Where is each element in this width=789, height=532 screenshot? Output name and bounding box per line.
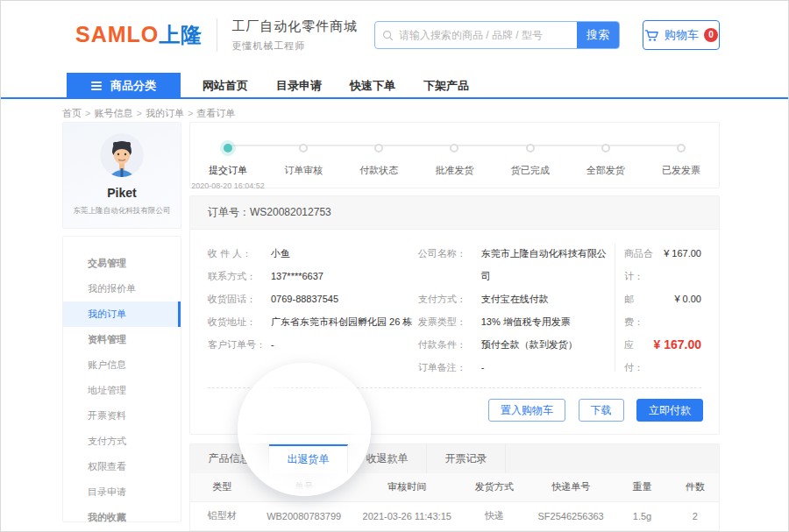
- detail-tab[interactable]: 产品信息: [190, 444, 269, 473]
- logo[interactable]: SAMLO上隆: [75, 21, 203, 49]
- order-number-value: WS20082012753: [250, 206, 331, 218]
- breadcrumb: 首页> 账号信息> 我的订单> 查看订单: [62, 107, 238, 120]
- field-label: 订单备注：: [418, 356, 481, 379]
- step-label: 批准发货: [416, 164, 492, 177]
- field-label: 公司名称：: [418, 242, 481, 287]
- total-value: ¥ 167.00: [650, 333, 701, 379]
- search-input[interactable]: [399, 29, 570, 41]
- field-row: 联系方式： 137****6637: [208, 265, 418, 287]
- sidebar-menu-item[interactable]: 目录申请: [63, 479, 181, 505]
- progress-step: 订单审核: [266, 140, 341, 190]
- progress-step: 已发发票: [643, 140, 719, 190]
- field-row: 公司名称： 东莞市上隆自动化科技有限公司: [418, 242, 615, 287]
- breadcrumb-separator: >: [188, 108, 193, 118]
- field-row: 客户订单号： -: [208, 333, 418, 356]
- cart-icon: [644, 29, 659, 42]
- main-content: 提交订单 2020-08-20 16:04:52 订单审核 付款状态: [189, 122, 720, 532]
- nav-item[interactable]: 目录申请: [276, 73, 322, 99]
- progress-step: 提交订单 2020-08-20 16:04:52: [190, 140, 266, 190]
- progress-step: 付款状态: [341, 140, 416, 190]
- table-header-cell: 件数: [672, 473, 719, 501]
- table-header-row: 类型单号审核时间发货方式快递单号重量件数: [190, 473, 719, 501]
- nav-item[interactable]: 快速下单: [350, 73, 395, 99]
- step-dot-icon: [677, 144, 686, 153]
- detail-tabs: 产品信息 出退货单 收退款单 开票记录: [190, 444, 719, 473]
- breadcrumb-item[interactable]: 我的订单>: [146, 107, 193, 120]
- category-menu-label: 商品分类: [110, 78, 156, 94]
- total-value: ¥ 167.00: [659, 242, 701, 287]
- cell-ship-method: 快递: [460, 501, 529, 530]
- progress-step: 批准发货: [416, 140, 492, 190]
- step-dot-icon: [224, 144, 232, 153]
- slogan-title: 工厂自动化零件商城: [231, 18, 358, 35]
- slogan-subtitle: 更懂机械工程师: [231, 39, 358, 53]
- logo-divider: [217, 18, 217, 52]
- field-value: 0769-88837545: [271, 287, 338, 310]
- sidebar-menu-item[interactable]: 支付方式: [63, 429, 181, 454]
- field-value: 广东省东莞市科创园孵化园 26 栋: [271, 310, 412, 333]
- table-body: 铝型材 WB20080783799 2021-03-26 11:43:15 快递…: [190, 501, 719, 532]
- cell-audit-time: 2021-03-26 11:43:15: [354, 501, 460, 530]
- search-button[interactable]: 搜索: [577, 22, 619, 48]
- total-label: 邮费：: [624, 287, 650, 333]
- nav-item[interactable]: 网站首页: [203, 73, 248, 99]
- field-row: 收货地址： 广东省东莞市科创园孵化园 26 栋: [208, 310, 418, 333]
- order-totals: 商品合计： ¥ 167.00 邮费： ¥ 0.00 应付： ¥ 167.00: [615, 242, 701, 379]
- step-label: 提交订单: [190, 164, 266, 177]
- search-bar: 搜索: [374, 21, 620, 49]
- table-header-cell: 发货方式: [460, 473, 529, 501]
- breadcrumb-item[interactable]: 首页>: [62, 107, 90, 120]
- sidebar-menu-item[interactable]: 资料管理: [63, 327, 181, 352]
- breadcrumb-item[interactable]: 查看订单: [196, 107, 238, 120]
- sidebar-menu-item[interactable]: 地址管理: [63, 378, 181, 403]
- field-label: 收 件 人：: [208, 242, 271, 265]
- detail-tab[interactable]: 开票记录: [427, 444, 506, 473]
- field-row: 订单备注： -: [418, 356, 615, 379]
- field-label: 发票类型：: [418, 310, 481, 333]
- category-menu-button[interactable]: 商品分类: [67, 73, 181, 99]
- breadcrumb-separator: >: [136, 108, 141, 118]
- nav-item[interactable]: 下架产品: [423, 73, 469, 99]
- table-header-cell: 审核时间: [354, 473, 460, 501]
- field-value: -: [271, 333, 274, 356]
- field-value: 东莞市上隆自动化科技有限公司: [481, 242, 615, 287]
- breadcrumb-separator: >: [85, 108, 90, 118]
- sidebar: Piket 东莞上隆自动化科技有限公司 交易管理 我的报价单 我的订单 资料管理…: [62, 122, 181, 522]
- sidebar-menu-item[interactable]: 开票资料: [63, 403, 181, 429]
- sidebar-menu-item[interactable]: 我的收藏: [63, 505, 181, 530]
- field-row: 支付方式： 支付宝在线付款: [418, 287, 615, 310]
- step-timestamp: [568, 181, 643, 190]
- sidebar-menu-item[interactable]: 我的报价单: [63, 276, 181, 301]
- field-value: -: [481, 356, 485, 379]
- field-row: 发票类型： 13% 增值税专用发票: [418, 310, 615, 333]
- account-menu: 交易管理 我的报价单 我的订单 资料管理 账户信息 地址管理 开票资料 支付方式…: [62, 236, 181, 522]
- sidebar-menu-item[interactable]: 权限查看: [63, 454, 181, 479]
- shipments-table: 类型单号审核时间发货方式快递单号重量件数 铝型材 WB20080783799 2…: [190, 473, 719, 532]
- order-progress: 提交订单 2020-08-20 16:04:52 订单审核 付款状态: [189, 122, 720, 188]
- breadcrumb-item[interactable]: 账号信息>: [94, 107, 141, 120]
- field-value: 预付全款（款到发货）: [481, 333, 578, 356]
- field-row: 收 件 人： 小鱼: [208, 242, 418, 265]
- field-value: 小鱼: [271, 242, 290, 265]
- step-timestamp: [493, 181, 568, 190]
- field-value: 支付宝在线付款: [481, 287, 549, 310]
- detail-tab[interactable]: 出退货单: [269, 444, 348, 473]
- download-button[interactable]: 下载: [579, 399, 624, 422]
- detail-tab[interactable]: 收退款单: [348, 444, 427, 473]
- cart-button[interactable]: 购物车 0: [643, 20, 720, 50]
- sidebar-menu-item[interactable]: 交易管理: [63, 251, 181, 276]
- sidebar-menu-item[interactable]: 我的订单: [63, 301, 181, 327]
- field-value: 13% 增值税专用发票: [481, 310, 571, 333]
- step-label: 全部发货: [568, 164, 643, 177]
- add-to-cart-button[interactable]: 置入购物车: [488, 399, 565, 422]
- cart-count-badge: 0: [704, 28, 718, 42]
- pay-now-button[interactable]: 立即付款: [636, 399, 703, 422]
- username: Piket: [63, 186, 181, 200]
- table-header-cell: 单号: [253, 473, 354, 501]
- step-timestamp: [643, 181, 719, 190]
- table-row[interactable]: 铝型材 WB20080783799 2021-03-26 11:43:15 快递…: [190, 501, 719, 530]
- cart-label: 购物车: [665, 27, 699, 43]
- sidebar-menu-item[interactable]: 账户信息: [63, 352, 181, 378]
- step-timestamp: 2020-08-20 16:04:52: [190, 181, 266, 190]
- cell-tracking-no: SF2546256363: [529, 501, 613, 530]
